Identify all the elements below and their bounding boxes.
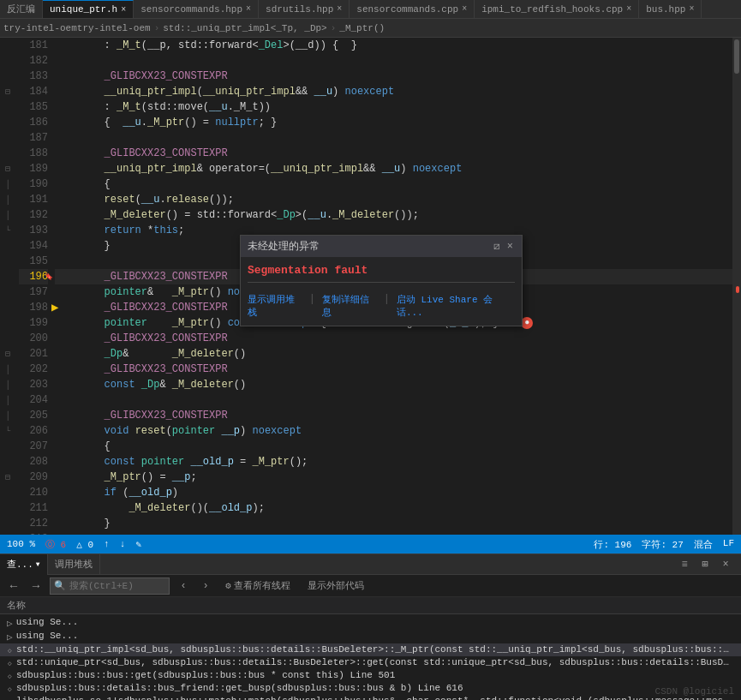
gutter-fold: └ [0,423,15,439]
editor-scrollbar[interactable] [732,38,741,535]
close-icon[interactable]: × [462,4,467,14]
line-num-187: 187 [19,130,48,146]
error-icon: ● [521,317,533,329]
code-line-208: const pointer __old_p = _M_ptr(); [55,454,732,470]
panel-icons: ≡ ⊞ × [676,556,741,573]
tab-sensorcommands-cpp[interactable]: sensorcommands.cpp × [350,0,475,19]
tab-sensorcommands-hpp[interactable]: sensorcommands.hpp × [134,0,259,19]
code-line-183: _GLIBCXX23_CONSTEXPR [55,69,732,84]
stack-item[interactable]: ▷ using Se... [0,630,741,643]
panel-close-icon[interactable]: × [717,556,734,573]
execution-arrow: ▶ [51,300,58,314]
tab-bar: 反汇编 unique_ptr.h × sensorcommands.hpp × … [0,0,741,19]
close-icon[interactable]: × [246,4,251,14]
panel-tab-search[interactable]: 查... ▼ [0,554,48,575]
panel-icon-tree[interactable]: ⊞ [696,556,714,573]
error-popup-header: 未经处理的异常 ⧄ × [241,236,522,257]
code-line-191: reset(__u.release()); [55,192,732,207]
dropdown-icon: ▼ [36,560,40,568]
tab-decompile[interactable]: 反汇编 [0,0,43,19]
line-num-208: 208 [19,454,48,470]
stack-frame-icon: ⬦ [7,684,13,694]
gutter-fold [0,284,15,300]
gutter-fold [0,254,15,269]
breadcrumb-separator: › [331,23,337,33]
code-line-188: _GLIBCXX23_CONSTEXPR [55,146,732,161]
status-errors[interactable]: ⓪ 6 [45,538,66,551]
gutter-fold [0,99,15,115]
forward-button[interactable]: → [27,577,45,595]
line-num-191: 191 [19,192,48,207]
line-num-213: 213 [19,531,48,535]
gutter-fold[interactable]: ⊟ [0,84,15,99]
code-line-203: const _Dp& _M_deleter() [55,377,732,392]
view-all-threads-button[interactable]: ⚙ 查看所有线程 [219,577,296,595]
search-box: 🔍 [50,577,170,595]
tab-ipmi-redfish[interactable]: ipmi_to_redfish_hooks.cpp × [475,0,639,19]
close-icon[interactable]: × [337,4,342,14]
tab-unique-ptr-h[interactable]: unique_ptr.h × [43,0,134,19]
popup-close-icon[interactable]: × [505,241,515,253]
panel-tabs: 查... ▼ 调用堆栈 ≡ ⊞ × [0,554,741,575]
code-line-206: void reset(pointer __p) noexcept [55,423,732,439]
gutter-fold [0,454,15,470]
action-show-stack[interactable]: 显示调用堆栈 [248,293,302,319]
gutter-fold: │ [0,207,15,223]
code-line-192: _M_deleter() = std::forward<_Dp>(__u._M_… [55,207,732,223]
line-num-181: 181 [19,38,48,53]
code-line-189: __uniq_ptr_impl& operator=(__uniq_ptr_im… [55,161,732,176]
action-copy-details[interactable]: 复制详细信息 [322,293,377,319]
stack-item-2[interactable]: ⬦ sdbusplus::bus::bus::get(sdbusplus::bu… [0,669,741,682]
popup-minimize-icon[interactable]: ⧄ [492,241,502,253]
column-header: 名称 [0,597,741,614]
tab-bus-hpp[interactable]: bus.hpp × [639,0,702,19]
stack-frame-icon: ⬦ [7,697,13,700]
line-num-201: 201 [19,346,48,362]
search-input[interactable] [69,581,165,591]
panel-tab-callstack[interactable]: 调用堆栈 [48,554,100,575]
status-line-ending: LF [723,538,734,551]
action-live-share[interactable]: 启动 Live Share 会话... [397,293,515,319]
line-num-205: 205 [19,408,48,423]
prev-result-button[interactable]: ‹ [175,577,192,595]
stack-item-0[interactable]: ⬦ std::__uniq_ptr_impl<sd_bus, sdbusplus… [0,643,741,656]
line-num-193: 193 [19,223,48,238]
scrollbar-thumb[interactable] [734,39,739,74]
expand-icon: ▷ [7,618,13,629]
status-zoom[interactable]: 100 % [7,539,35,549]
back-button[interactable]: ← [5,577,22,595]
close-icon[interactable]: × [689,4,694,14]
status-action[interactable]: ✎ [135,539,141,550]
breadcrumb[interactable]: std::_uniq_ptr_impl<_Tp, _Dp> [163,23,326,33]
close-icon[interactable]: × [626,4,631,14]
status-warnings[interactable]: △ 0 [76,539,93,550]
expand-icon: ▷ [7,631,13,643]
gutter-fold[interactable]: ⊟ [0,346,15,362]
status-up-arrow[interactable]: ↑ [104,539,110,549]
tab-sdrutils-hpp[interactable]: sdrutils.hpp × [259,0,350,19]
line-num-186: 186 [19,115,48,130]
stack-item[interactable]: ▷ using Se... [0,616,741,630]
code-line-211: _M_deleter()(__old_p); [55,500,732,516]
gutter-fold [0,130,15,146]
line-num-194: 194 [19,238,48,254]
stack-item-3[interactable]: ⬦ sdbusplus::bus::details::bus_friend::g… [0,682,741,695]
gutter-fold: │ [0,377,15,392]
stack-item-1[interactable]: ⬦ std::unique_ptr<sd_bus, sdbusplus::bus… [0,656,741,669]
line-num-200: 200 [19,331,48,346]
panel-icon-list[interactable]: ≡ [676,556,693,573]
callstack-content[interactable]: ▷ using Se... ▷ using Se... ⬦ std::__uni… [0,614,741,700]
breadcrumb[interactable]: try-intel-oemtry-intel-oem [3,23,151,33]
stack-item-4[interactable]: ⬦ libsdbusplus.so.1!sdbusplus::bus::matc… [0,695,741,700]
gutter-fold[interactable]: ⊟ [0,161,15,176]
close-icon[interactable]: × [121,5,126,15]
breadcrumb[interactable]: _M_ptr() [339,23,385,33]
code-line-181: : _M_t(__p, std::forward<_Del>(__d)) { } [55,38,732,53]
show-external-code-button[interactable]: 显示外部代码 [302,577,370,595]
line-num-196: 196🔖 [19,269,48,284]
next-result-button[interactable]: › [197,577,214,595]
error-popup-body: Segmentation fault [241,257,522,290]
gutter-fold[interactable]: ⊟ [0,470,15,485]
status-down-arrow[interactable]: ↓ [120,539,126,549]
line-num-204: 204 [19,392,48,408]
